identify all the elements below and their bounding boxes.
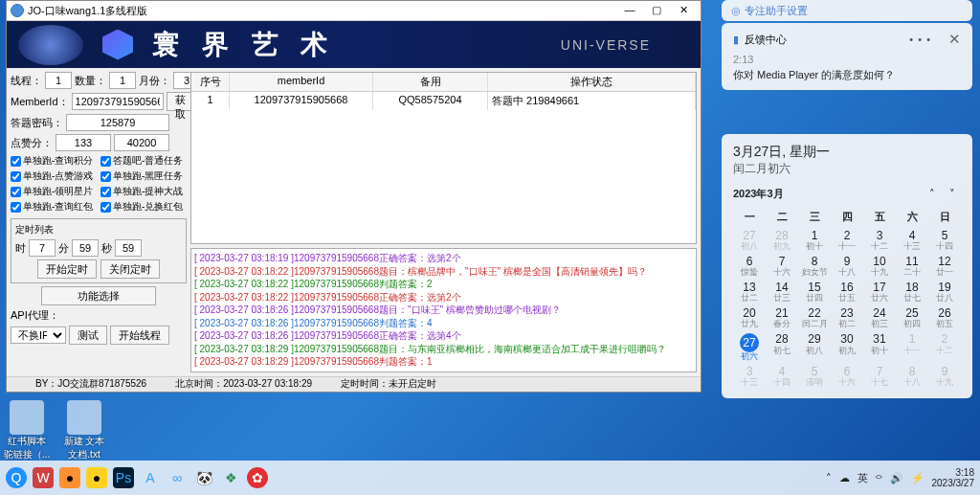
cal-day[interactable]: 6十六 [831, 365, 863, 389]
calendar-panel[interactable]: 3月27日, 星期一 闰二月初六 2023年3月 ˄ ˅ 一二三四五六日27初八… [722, 134, 972, 398]
cal-day[interactable]: 27初八 [733, 229, 766, 253]
cal-day[interactable]: 2十二 [928, 332, 961, 363]
score2-input[interactable] [114, 134, 169, 151]
hour-input[interactable] [29, 239, 56, 257]
cal-day[interactable]: 12廿一 [928, 255, 961, 279]
cal-day[interactable]: 16廿五 [831, 281, 863, 304]
feedback-menu-button[interactable]: • • • [909, 34, 931, 45]
cal-day[interactable]: 5清明 [798, 365, 831, 389]
tray-ime[interactable]: 英 [858, 471, 868, 485]
checkbox-input[interactable] [100, 171, 111, 182]
maximize-button[interactable]: ▢ [643, 1, 670, 20]
table-row[interactable]: 1 1209737915905668 QQ58575204 答题中 219849… [191, 92, 696, 110]
desktop-shortcut[interactable]: 红书脚本 驼链接（... [2, 400, 52, 461]
task-checkbox[interactable]: 单独跑-查询红包 [11, 200, 97, 214]
cal-day[interactable]: 31初十 [863, 332, 896, 363]
task-checkbox[interactable]: 单独跑-领明星片 [11, 185, 97, 198]
cal-prev-button[interactable]: ˄ [924, 188, 941, 199]
task-checkbox[interactable]: 答题吧-普通任务 [100, 154, 187, 168]
checkbox-input[interactable] [100, 187, 111, 197]
cal-day[interactable]: 25初四 [896, 306, 928, 330]
cal-day[interactable]: 22闰二月 [798, 306, 831, 330]
taskbar-app4-icon[interactable]: ● [86, 467, 107, 488]
tray-battery-icon[interactable]: ⚡ [911, 472, 924, 484]
cal-day[interactable]: 26初五 [928, 306, 961, 330]
minute-input[interactable] [72, 239, 99, 257]
function-select-button[interactable]: 功能选择 [41, 286, 156, 305]
cal-day[interactable]: 19廿八 [928, 281, 961, 304]
taskbar-app9-icon[interactable]: ❖ [220, 467, 241, 488]
taskbar-app7-icon[interactable]: ∞ [167, 467, 188, 488]
system-tray[interactable]: ˄ ☁ 英 ⌔ 🔊 ⚡ 3:18 2023/3/27 [826, 467, 975, 488]
cal-day[interactable]: 20廿九 [733, 306, 766, 330]
cal-day[interactable]: 17廿六 [863, 281, 896, 304]
cal-day[interactable]: 11二十 [896, 255, 928, 279]
cal-day[interactable]: 4十四 [766, 365, 798, 389]
start-thread-button[interactable]: 开始线程 [110, 326, 169, 345]
task-checkbox[interactable]: 单独跑-兑换红包 [100, 200, 187, 214]
cal-day[interactable]: 7十七 [863, 365, 896, 389]
checkbox-input[interactable] [100, 202, 111, 213]
cal-day[interactable]: 8十八 [896, 365, 928, 389]
cal-day[interactable]: 23初二 [831, 306, 863, 330]
feedback-close-button[interactable]: ✕ [948, 31, 961, 48]
close-button[interactable]: ✕ [670, 1, 697, 20]
checkbox-input[interactable] [100, 156, 111, 167]
cal-next-button[interactable]: ˅ [944, 188, 961, 199]
tray-chevron-icon[interactable]: ˄ [826, 472, 832, 484]
cal-day[interactable]: 1初十 [798, 229, 831, 253]
taskbar-app10-icon[interactable]: ✿ [247, 467, 268, 488]
close-timer-button[interactable]: 关闭定时 [100, 259, 160, 279]
checkbox-input[interactable] [11, 171, 21, 182]
checkbox-input[interactable] [11, 202, 21, 213]
data-table[interactable]: 序号 memberId 备用 操作状态 1 1209737915905668 Q… [190, 72, 697, 244]
feedback-panel[interactable]: ▮ 反馈中心 • • • ✕ 2:13 你对 Media Player 的满意度… [722, 23, 972, 90]
cal-day[interactable]: 13廿二 [733, 281, 766, 304]
cal-day[interactable]: 9十八 [831, 255, 863, 279]
tray-cloud-icon[interactable]: ☁ [839, 472, 850, 484]
score1-input[interactable] [56, 134, 111, 151]
cal-day[interactable]: 6惊蛰 [733, 255, 766, 279]
cal-day[interactable]: 1十一 [896, 332, 928, 363]
cal-day[interactable]: 29初八 [798, 332, 831, 363]
start-timer-button[interactable]: 开始定时 [37, 259, 97, 279]
cal-day[interactable]: 9十九 [928, 365, 961, 389]
count-input[interactable] [109, 72, 136, 89]
log-output[interactable]: [ 2023-03-27 03:18:19 ]1209737915905668正… [190, 248, 697, 372]
taskbar-app3-icon[interactable]: ● [59, 467, 80, 488]
second-input[interactable] [115, 239, 142, 257]
cal-day[interactable]: 5十四 [928, 229, 961, 253]
cal-day[interactable]: 28初九 [766, 229, 798, 253]
test-button[interactable]: 测试 [69, 326, 107, 345]
task-checkbox[interactable]: 单独跑-点赞游戏 [11, 169, 97, 183]
thread-input[interactable] [45, 72, 72, 89]
cal-day[interactable]: 4十三 [896, 229, 928, 253]
task-checkbox[interactable]: 单独跑-查询积分 [11, 154, 97, 168]
tray-clock[interactable]: 3:18 2023/3/27 [932, 467, 975, 488]
cal-day[interactable]: 3十三 [733, 365, 766, 389]
checkbox-input[interactable] [11, 187, 21, 197]
taskbar-qq-icon[interactable]: Q [6, 467, 27, 488]
cal-day[interactable]: 21春分 [766, 306, 798, 330]
memberid-input[interactable] [72, 93, 164, 110]
taskbar[interactable]: Q W ● ● Ps A ∞ 🐼 ❖ ✿ ˄ ☁ 英 ⌔ 🔊 ⚡ 3:18 20… [0, 461, 980, 495]
minimize-button[interactable]: — [616, 1, 643, 20]
taskbar-app6-icon[interactable]: A [140, 467, 161, 488]
tray-volume-icon[interactable]: 🔊 [890, 472, 903, 484]
cal-day[interactable]: 15廿四 [798, 281, 831, 304]
titlebar[interactable]: JO-口味wang1.1多线程版 — ▢ ✕ [7, 1, 701, 21]
taskbar-wps-icon[interactable]: W [33, 467, 54, 488]
cal-day[interactable]: 30初九 [831, 332, 863, 363]
cal-day[interactable]: 8妇女节 [798, 255, 831, 279]
tray-wifi-icon[interactable]: ⌔ [876, 472, 882, 484]
cal-day[interactable]: 10十九 [863, 255, 896, 279]
cal-day[interactable]: 14廿三 [766, 281, 798, 304]
ip-select[interactable]: 不换IP [11, 326, 66, 344]
cal-day[interactable]: 7十六 [766, 255, 798, 279]
taskbar-panda-icon[interactable]: 🐼 [193, 467, 214, 488]
desktop-shortcut[interactable]: 新建 文本文档.txt [59, 400, 109, 461]
cal-day[interactable]: 2十一 [831, 229, 863, 253]
cal-day[interactable]: 24初三 [863, 306, 896, 330]
task-checkbox[interactable]: 单独跑-黑匣任务 [100, 169, 187, 183]
task-checkbox[interactable]: 单独跑-提神大战 [100, 185, 187, 198]
